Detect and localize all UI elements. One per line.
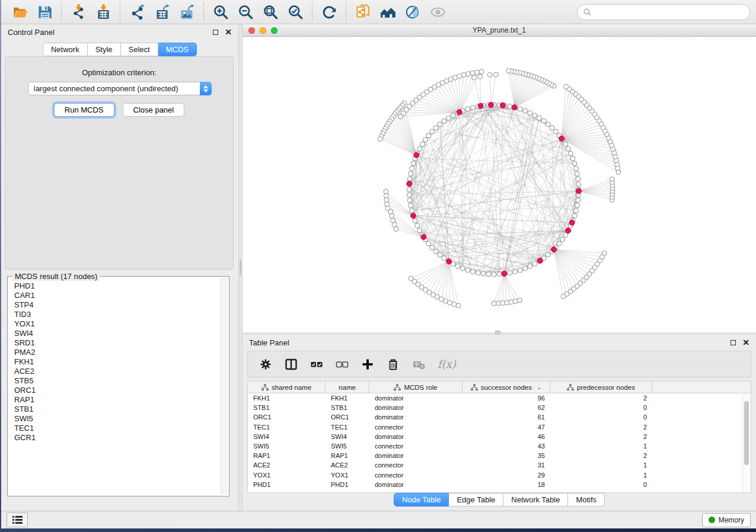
close-panel-button[interactable]: Close panel (123, 103, 185, 117)
mcds-result-item[interactable]: ORC1 (14, 386, 220, 395)
show-hide-button[interactable] (425, 2, 450, 22)
delete-column-button[interactable] (387, 358, 400, 371)
table-row[interactable]: RAP1RAP1dominator352 (248, 451, 742, 460)
delete-table-icon (412, 358, 425, 371)
main-toolbar (1, 0, 756, 24)
tab-select[interactable]: Select (121, 43, 158, 56)
float-table-panel-icon[interactable] (731, 340, 736, 345)
settings-button[interactable] (259, 358, 272, 371)
table-cell: RAP1 (248, 452, 326, 459)
open-file-icon (12, 4, 28, 20)
table-row[interactable]: SWI4SWI4dominator462 (248, 432, 742, 441)
maximize-window-icon[interactable] (271, 27, 277, 34)
table-row[interactable]: TEC1TEC1connector472 (248, 422, 742, 432)
search-input[interactable] (595, 8, 744, 17)
attribute-icon (394, 384, 401, 391)
column-header-MCDS-role[interactable]: MCDS role (369, 382, 462, 393)
column-header-successor-nodes[interactable]: successor nodes⌄ (462, 382, 550, 393)
column-header-shared-name[interactable]: shared name (248, 382, 326, 393)
export-network-button[interactable] (125, 2, 149, 22)
attribute-icon (567, 384, 574, 391)
network-graph[interactable] (243, 37, 756, 332)
choose-columns-button[interactable] (285, 358, 298, 371)
close-window-icon[interactable] (248, 27, 255, 34)
clone-network-button[interactable] (350, 2, 375, 22)
mcds-result-item[interactable]: SWI4 (14, 329, 220, 338)
toggle-details-button[interactable] (400, 2, 425, 22)
table-cell: 1 (550, 462, 652, 469)
zoom-in-button[interactable] (208, 2, 233, 22)
mcds-result-item[interactable]: ACE2 (14, 367, 220, 376)
mcds-result-item[interactable]: STB5 (14, 376, 220, 386)
mcds-result-item[interactable]: GCR1 (14, 433, 220, 443)
open-file-button[interactable] (7, 2, 32, 22)
zoom-fit-button[interactable] (258, 2, 283, 22)
mcds-result-item[interactable]: PMA2 (14, 348, 220, 357)
tab-node-table[interactable]: Node Table (394, 493, 449, 507)
mcds-result-item[interactable]: SRD1 (14, 338, 220, 348)
select-all-rows-button[interactable] (310, 358, 323, 371)
save-session-button[interactable] (32, 2, 57, 22)
table-row[interactable]: YOX1YOX1connector291 (248, 470, 742, 480)
table-row[interactable]: ACE2ACE2connector311 (248, 460, 742, 470)
mcds-result-item[interactable]: TEC1 (14, 424, 220, 433)
toggle-details-icon (405, 4, 421, 20)
table-row[interactable]: ORC1ORC1dominator610 (248, 412, 742, 422)
run-mcds-button[interactable]: Run MCDS (54, 103, 114, 117)
splitter-grip[interactable] (240, 260, 241, 275)
deselect-all-rows-button[interactable] (336, 358, 349, 371)
column-header-name[interactable]: name (326, 382, 369, 393)
close-table-panel-icon[interactable]: ✕ (742, 339, 749, 345)
zoom-out-button[interactable] (233, 2, 258, 22)
mcds-result-item[interactable]: RAP1 (14, 395, 220, 405)
vertical-splitter[interactable] (238, 24, 243, 511)
close-panel-icon[interactable]: ✕ (225, 29, 232, 35)
refresh-view-button[interactable] (317, 2, 342, 22)
network-canvas[interactable] (243, 37, 756, 332)
export-table-button[interactable] (149, 2, 174, 22)
mcds-result-item[interactable]: STP4 (14, 300, 220, 310)
mcds-result-item[interactable]: FKH1 (14, 357, 220, 367)
tab-network-table[interactable]: Network Table (503, 493, 568, 507)
mcds-result-item[interactable]: SWI5 (14, 414, 220, 424)
table-scrollbar[interactable] (742, 394, 750, 492)
table-cell: 2 (550, 424, 652, 431)
minimize-window-icon[interactable] (260, 27, 266, 34)
import-table-button[interactable] (91, 2, 116, 22)
tab-network[interactable]: Network (43, 43, 88, 56)
node-table: shared namenameMCDS rolesuccessor nodes⌄… (247, 381, 751, 493)
table-row[interactable]: SWI5SWI5connector431 (248, 441, 742, 451)
mcds-result-item[interactable]: PHD1 (14, 281, 220, 291)
tab-motifs[interactable]: Motifs (568, 493, 605, 507)
add-column-button[interactable] (361, 358, 374, 371)
search-box[interactable] (577, 4, 750, 20)
mcds-result-item[interactable]: CAR1 (14, 291, 220, 300)
tab-edge-table[interactable]: Edge Table (449, 493, 503, 507)
mcds-result-item[interactable]: YOX1 (14, 319, 220, 329)
table-scrollbar-thumb[interactable] (744, 401, 749, 465)
mcds-result-item[interactable]: STB1 (14, 405, 220, 414)
task-history-button[interactable] (7, 512, 28, 527)
column-header-predecessor-nodes[interactable]: predecessor nodes (550, 382, 652, 393)
first-neighbors-button[interactable] (375, 2, 400, 22)
memory-button[interactable]: Memory (702, 513, 751, 527)
table-row[interactable]: PHD1PHD1dominator180 (248, 480, 742, 489)
network-titlebar[interactable]: YPA_prune.txt_1 (243, 24, 756, 37)
import-network-button[interactable] (66, 2, 91, 22)
export-image-button[interactable] (174, 2, 199, 22)
table-cell: 0 (550, 414, 652, 421)
table-cell: 2 (550, 433, 652, 440)
table-row[interactable]: STB1STB1dominator620 (248, 403, 742, 412)
mcds-result-item[interactable]: TID3 (14, 310, 220, 319)
float-panel-icon[interactable] (213, 30, 218, 35)
table-row[interactable]: FKH1FKH1dominator962 (248, 393, 742, 403)
table-cell: dominator (369, 404, 462, 411)
table-tabs: Node TableEdge TableNetwork TableMotifs (243, 493, 756, 507)
zoom-selected-button[interactable] (283, 2, 308, 22)
dominator-nodes[interactable] (407, 102, 582, 277)
tab-mcds[interactable]: MCDS (158, 43, 197, 56)
table-cell: 62 (462, 404, 550, 411)
result-scrollbar[interactable] (221, 278, 228, 495)
tab-style[interactable]: Style (88, 43, 121, 56)
criterion-dropdown[interactable]: largest connected component (undirected) (28, 82, 212, 95)
